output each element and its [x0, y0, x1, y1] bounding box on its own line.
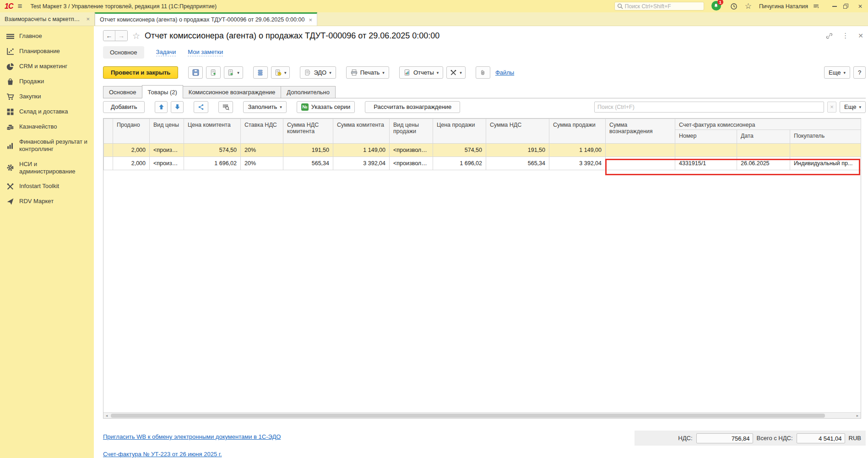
add-row-button[interactable]: Добавить — [103, 101, 145, 113]
history-icon[interactable] — [730, 3, 738, 10]
cell-sale-price[interactable]: 574,50 — [433, 144, 486, 157]
cell-principal-sum[interactable]: 3 392,04 — [333, 157, 390, 170]
restore-button[interactable] — [843, 4, 852, 9]
cell-principal-vat[interactable]: 565,34 — [283, 157, 333, 170]
column-header-price-kind[interactable]: Вид цены — [150, 119, 184, 144]
minimize-button[interactable] — [830, 3, 839, 10]
cell-invoice-number[interactable] — [675, 144, 737, 157]
sidebar-item-nsi-admin[interactable]: НСИ и администрирование — [0, 157, 94, 179]
sidebar-item-treasury[interactable]: Казначейство — [0, 119, 94, 135]
more-actions-icon[interactable]: ⋮ — [842, 32, 849, 40]
share-structure-button[interactable] — [194, 101, 208, 113]
scrollbar-thumb[interactable] — [111, 414, 825, 418]
grid-more-button[interactable]: Еще ▾ — [840, 101, 866, 113]
nav-notes[interactable]: Мои заметки — [188, 48, 223, 56]
column-header-principal-vat[interactable]: Сумма НДС комитента — [283, 119, 333, 144]
column-header-sale-price-kind[interactable]: Вид цены продажи — [390, 119, 433, 144]
service-tools-button[interactable]: ▾ — [446, 66, 466, 79]
sidebar-item-purchases[interactable]: Закупки — [0, 89, 94, 104]
document-movements-button[interactable] — [253, 66, 268, 79]
cell-buyer[interactable]: Индивидуальный пр... — [790, 157, 861, 170]
schedule-button[interactable]: ▾ — [271, 66, 290, 79]
print-button[interactable]: Печать ▾ — [346, 66, 389, 79]
create-based-on-button[interactable]: ▾ — [224, 66, 243, 79]
sidebar-item-planning[interactable]: Планирование — [0, 44, 94, 59]
cell-sale-price-kind[interactable]: <произволь... — [390, 157, 433, 170]
vat-total-field[interactable]: 756,84 — [696, 433, 753, 443]
calc-fee-button[interactable]: Рассчитать вознаграждение — [365, 101, 460, 113]
table-row[interactable]: 2,000 <произво... 574,50 20% 191,50 1 14… — [104, 144, 861, 157]
column-group-invoice[interactable]: Счет-фактура комиссионера — [675, 119, 861, 130]
fill-button[interactable]: Заполнить ▾ — [243, 101, 286, 113]
clear-search-button[interactable]: × — [827, 102, 836, 113]
column-header-principal-price[interactable]: Цена комитента — [184, 119, 241, 144]
main-menu-icon[interactable]: ≡ — [17, 2, 22, 11]
close-tab-icon[interactable]: × — [309, 16, 312, 23]
cell-sold[interactable]: 2,000 — [113, 144, 150, 157]
cell-principal-price[interactable]: 1 696,02 — [184, 157, 241, 170]
scroll-left-icon[interactable]: ◄ — [103, 414, 110, 417]
app-tab-report[interactable]: Отчет комиссионера (агента) о продажах Т… — [95, 12, 317, 26]
cell-principal-price[interactable]: 574,50 — [184, 144, 241, 157]
sidebar-item-finance[interactable]: Финансовый результат и контроллинг — [0, 135, 94, 157]
cell-vat-rate[interactable]: 20% — [241, 144, 283, 157]
forward-button[interactable]: → — [115, 31, 127, 41]
sidebar-item-warehouse[interactable]: Склад и доставка — [0, 104, 94, 119]
column-header-vat-rate[interactable]: Ставка НДС — [241, 119, 283, 144]
cell-sale-price[interactable]: 1 696,02 — [433, 157, 486, 170]
invite-edo-link[interactable]: Пригласить WB к обмену электронными доку… — [103, 433, 281, 440]
post-button[interactable] — [206, 66, 221, 79]
tab-commission[interactable]: Комиссионное вознаграждение — [183, 86, 282, 98]
user-name[interactable]: Пичугина Наталия — [759, 3, 808, 10]
sidebar-item-crm[interactable]: CRM и маркетинг — [0, 59, 94, 74]
cell-invoice-date[interactable] — [737, 144, 790, 157]
column-header-invoice-number[interactable]: Номер — [675, 130, 737, 144]
cell-principal-sum[interactable]: 1 149,00 — [333, 144, 390, 157]
column-header-sale-sum[interactable]: Сумма продажи — [549, 119, 606, 144]
sidebar-item-main[interactable]: Главное — [0, 29, 94, 44]
close-document-icon[interactable]: ✕ — [858, 32, 863, 39]
cell-sale-sum[interactable]: 1 149,00 — [549, 144, 606, 157]
specify-series-button[interactable]: № Указать серии — [297, 101, 355, 113]
edo-button[interactable]: ЭДО ▾ — [300, 66, 336, 79]
global-search-input[interactable] — [625, 3, 698, 10]
reports-button[interactable]: Отчеты ▾ — [399, 66, 443, 79]
cell-sale-price-kind[interactable]: <произволь... — [390, 144, 433, 157]
user-menu-icon[interactable] — [813, 3, 819, 10]
files-link[interactable]: Файлы — [495, 69, 514, 76]
cell-price-kind[interactable]: <произво... — [150, 157, 184, 170]
more-button[interactable]: Еще ▾ — [824, 66, 850, 79]
column-header-fee-sum[interactable]: Сумма вознаграждения — [606, 119, 675, 144]
app-tab-marketplaces[interactable]: Взаиморасчеты с маркетплейсами × — [0, 12, 95, 26]
close-window-button[interactable]: ✕ — [856, 3, 864, 10]
sidebar-item-infostart[interactable]: Infostart Toolkit — [0, 179, 94, 194]
notifications-button[interactable]: 1 — [711, 1, 722, 11]
move-down-button[interactable] — [171, 101, 184, 113]
cell-fee-sum[interactable] — [606, 157, 675, 170]
column-header-vat-sum[interactable]: Сумма НДС — [486, 119, 549, 144]
post-and-close-button[interactable]: Провести и закрыть — [103, 66, 178, 79]
move-up-button[interactable] — [155, 101, 168, 113]
global-search[interactable] — [614, 2, 704, 11]
save-button[interactable] — [188, 66, 203, 79]
table-row[interactable]: 2,000 <произво... 1 696,02 20% 565,34 3 … — [104, 157, 861, 170]
cell-principal-vat[interactable]: 191,50 — [283, 144, 333, 157]
favorites-star-icon[interactable]: ☆ — [745, 1, 752, 11]
barcode-scan-button[interactable] — [218, 101, 233, 113]
total-with-vat-field[interactable]: 4 541,04 — [797, 433, 845, 443]
cell-vat-rate[interactable]: 20% — [241, 157, 283, 170]
close-tab-icon[interactable]: × — [86, 16, 90, 22]
help-button[interactable]: ? — [853, 66, 866, 79]
nav-main[interactable]: Основное — [103, 46, 144, 59]
invoice-link[interactable]: Счет-фактура № УТ-223 от 26 июня 2025 г. — [103, 451, 222, 458]
sidebar-item-rdv-market[interactable]: RDV Маркет — [0, 194, 94, 209]
back-button[interactable]: ← — [103, 31, 115, 41]
tab-main[interactable]: Основное — [103, 86, 142, 98]
grid-search-input[interactable] — [597, 104, 821, 110]
column-header-buyer[interactable]: Покупатель — [790, 130, 861, 144]
tab-goods[interactable]: Товары (2) — [142, 85, 183, 98]
cell-sale-sum[interactable]: 3 392,04 — [549, 157, 606, 170]
cell-vat-sum[interactable]: 565,34 — [486, 157, 549, 170]
favorite-star-icon[interactable]: ☆ — [132, 31, 140, 41]
column-header-principal-sum[interactable]: Сумма комитента — [333, 119, 390, 144]
